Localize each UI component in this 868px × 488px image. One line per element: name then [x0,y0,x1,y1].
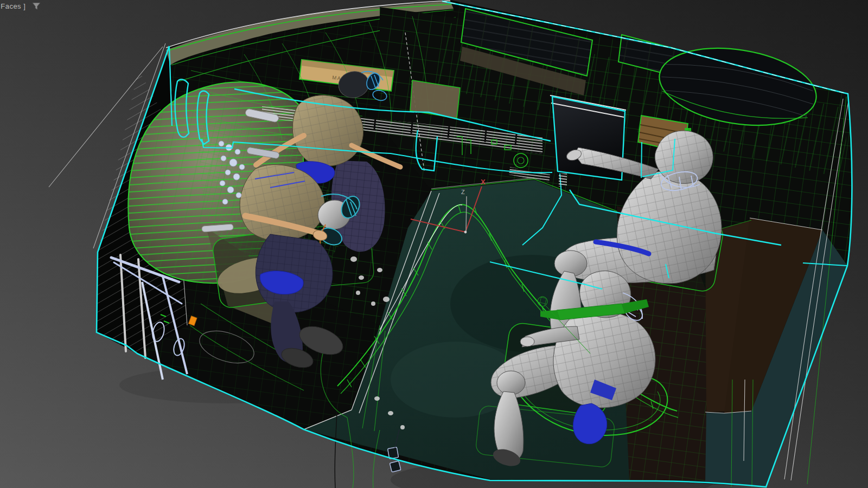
gizmo-z-label: Z [461,189,465,195]
gizmo-z-axis[interactable] [466,196,467,232]
viewport-3d[interactable]: MAP CA [0,0,868,488]
weapon-scribble [538,297,547,306]
figureB-hand [520,337,534,346]
gizmo-x-label: X [481,178,486,186]
monitor-bracket [559,174,567,187]
note-2 [390,461,401,472]
filter-funnel-icon[interactable] [32,2,41,10]
viewport-selection-label[interactable]: [ Faces ] [0,2,25,10]
gizmo-center [464,231,467,234]
figureB-knee [497,371,525,395]
figureA-head-mesh [655,131,713,183]
viewport-hud: [ Faces ] [0,2,41,10]
viewport-canvas[interactable]: MAP CA [0,0,868,488]
